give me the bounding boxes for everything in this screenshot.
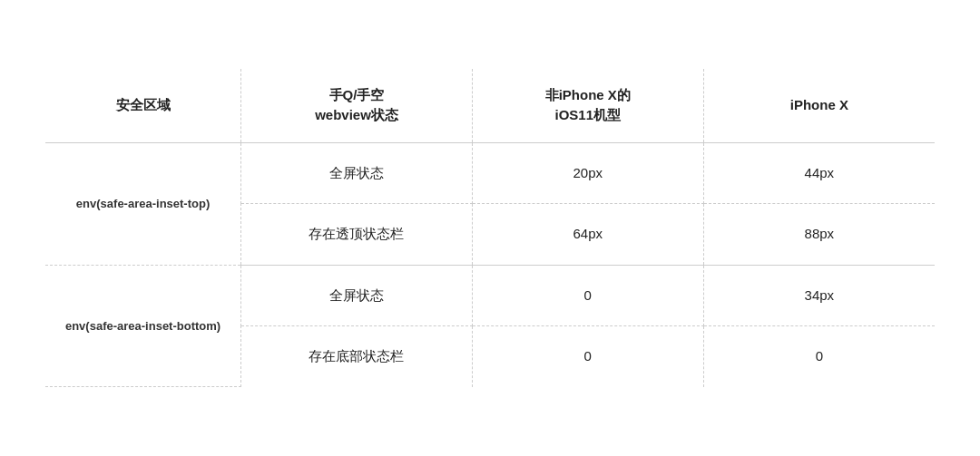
row-group-top-header: env(safe-area-inset-top) (45, 142, 241, 265)
cell-bottom-fullscreen-iphonex: 34px (703, 265, 935, 326)
header-handq: 手Q/手空webview状态 (241, 69, 473, 143)
cell-top-transparent-ios11: 64px (472, 204, 703, 266)
row-group-bottom-header: env(safe-area-inset-bottom) (45, 265, 241, 387)
cell-top-fullscreen-iphonex: 44px (703, 142, 935, 204)
header-safe-area: 安全区域 (45, 69, 241, 143)
header-row: 安全区域 手Q/手空webview状态 非iPhone X的iOS11机型 iP… (45, 69, 935, 143)
table-row: env(safe-area-inset-bottom) 全屏状态 0 34px (45, 265, 935, 326)
header-ios11: 非iPhone X的iOS11机型 (472, 69, 703, 143)
cell-bottom-bar-ios11: 0 (472, 326, 703, 387)
table-wrapper: 安全区域 手Q/手空webview状态 非iPhone X的iOS11机型 iP… (45, 69, 935, 388)
safe-area-table: 安全区域 手Q/手空webview状态 非iPhone X的iOS11机型 iP… (45, 69, 935, 388)
cell-top-fullscreen-ios11: 20px (472, 142, 703, 204)
cell-bottom-fullscreen-ios11: 0 (472, 265, 703, 326)
header-iphonex: iPhone X (703, 69, 935, 143)
cell-top-fullscreen-label: 全屏状态 (241, 142, 473, 204)
table-row: env(safe-area-inset-top) 全屏状态 20px 44px (45, 142, 935, 204)
cell-top-transparent-label: 存在透顶状态栏 (241, 204, 473, 266)
cell-top-transparent-iphonex: 88px (703, 204, 935, 266)
cell-bottom-fullscreen-label: 全屏状态 (241, 265, 473, 326)
cell-bottom-bar-iphonex: 0 (703, 326, 935, 387)
cell-bottom-bar-label: 存在底部状态栏 (241, 326, 473, 387)
